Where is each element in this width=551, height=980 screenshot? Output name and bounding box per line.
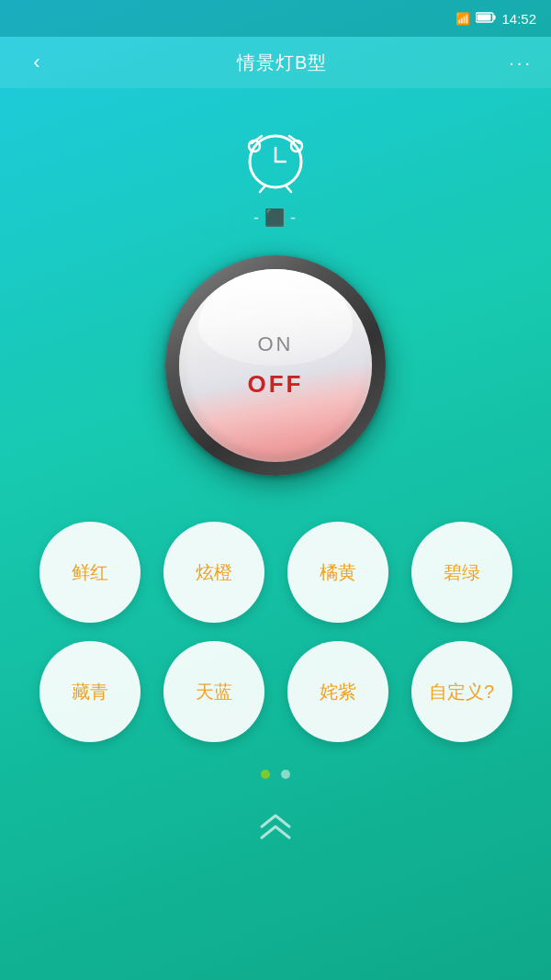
color-button-purple[interactable]: 姹紫 — [287, 641, 388, 742]
status-icons: 📶 14:52 — [455, 11, 536, 27]
power-button-outer[interactable]: ON OFF — [165, 255, 386, 476]
pagination — [261, 770, 290, 779]
color-button-custom[interactable]: 自定义? — [411, 641, 512, 742]
color-button-navy-blue[interactable]: 藏青 — [39, 641, 141, 742]
battery-icon — [476, 12, 496, 26]
power-button[interactable]: ON OFF — [165, 255, 386, 476]
svg-line-11 — [286, 186, 291, 192]
svg-rect-1 — [494, 15, 496, 19]
back-button[interactable]: ‹ — [18, 51, 55, 74]
off-label: OFF — [248, 370, 304, 399]
wifi-icon: 📶 — [455, 12, 470, 26]
status-bar: 📶 14:52 — [0, 0, 551, 37]
color-button-jade-green[interactable]: 碧绿 — [411, 522, 512, 623]
color-button-dazzle-orange[interactable]: 炫橙 — [163, 522, 264, 623]
color-row-1: 鲜红 炫橙 橘黄 碧绿 — [28, 522, 523, 623]
power-button-inner[interactable]: ON OFF — [179, 269, 372, 462]
color-row-2: 藏青 天蓝 姹紫 自定义? — [28, 641, 523, 742]
color-buttons-section: 鲜红 炫橙 橘黄 碧绿 藏青 天蓝 姹紫 自定义? — [0, 522, 551, 760]
svg-line-10 — [260, 186, 265, 192]
on-label: ON — [258, 332, 294, 356]
svg-rect-2 — [478, 14, 491, 20]
header: ‹ 情景灯B型 ··· — [0, 37, 551, 88]
up-arrows-container[interactable] — [253, 806, 298, 843]
pagination-dot-1[interactable] — [261, 770, 270, 779]
clock-icon[interactable] — [234, 116, 317, 198]
more-button[interactable]: ··· — [509, 52, 533, 73]
color-button-orange-yellow[interactable]: 橘黄 — [287, 522, 388, 623]
page-title: 情景灯B型 — [237, 51, 327, 75]
color-button-fresh-red[interactable]: 鲜红 — [39, 522, 141, 623]
status-time: 14:52 — [501, 11, 536, 27]
color-button-sky-blue[interactable]: 天蓝 — [163, 641, 264, 742]
main-content: -⬛- ON OFF 鲜红 炫橙 橘黄 碧绿 — [0, 88, 551, 843]
schedule-divider: -⬛- — [253, 208, 298, 228]
up-arrows-icon[interactable] — [253, 806, 298, 843]
pagination-dot-2[interactable] — [281, 770, 290, 779]
